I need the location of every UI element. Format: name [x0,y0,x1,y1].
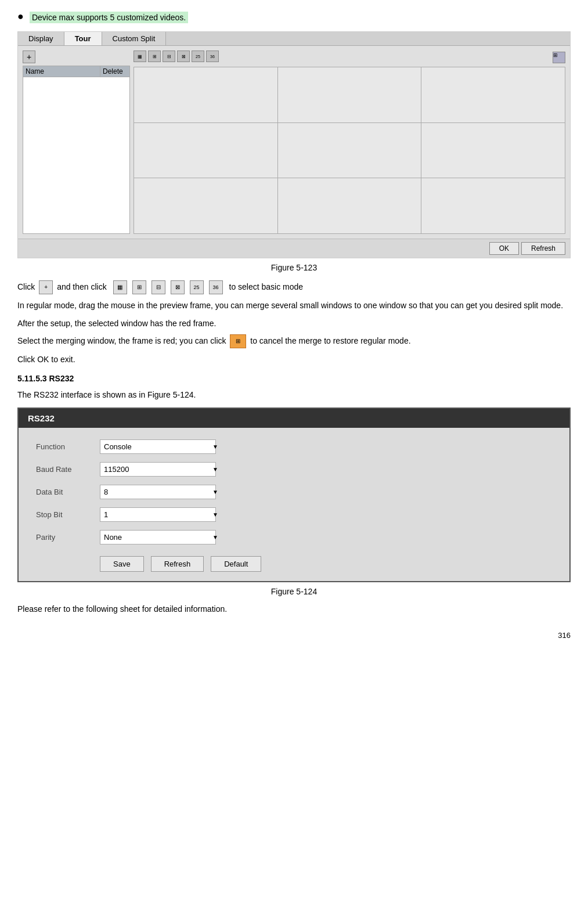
mode-icon-2[interactable]: ⊞ [132,280,146,294]
split-cell-4 [134,123,277,178]
mode-icon-25[interactable]: 25 [190,280,204,294]
split-icon-25[interactable]: 25 [192,51,204,62]
add-button[interactable]: + [23,51,35,63]
split-icon-36[interactable]: 36 [206,51,219,62]
refresh-button-123[interactable]: Refresh [521,242,565,255]
parity-select-wrap: None [100,530,222,544]
para4: Click OK to exit. [17,353,571,366]
mode-icon-3[interactable]: ⊟ [151,280,165,294]
click-para: Click + and then click ▦ ⊞ ⊟ ⊠ 25 36 to … [17,280,571,294]
figure-124-caption: Figure 5-124 [17,587,571,596]
mode-icon-4[interactable]: ⊠ [171,280,185,294]
rs232-row-databit: Data Bit 8 [36,485,552,499]
split-icon-2[interactable]: ⊞ [148,51,161,62]
stopbit-label: Stop Bit [36,510,100,519]
baudrate-select[interactable]: 115200 [100,462,216,477]
fig123-left-panel: + Name Delete [23,51,130,234]
page-number: 316 [17,631,571,640]
mode-icons: ▦ ⊞ ⊟ ⊠ 25 36 [111,280,225,294]
section-heading: 5.11.5.3 RS232 [17,372,571,385]
bullet-item: ● Device max supports 5 customized video… [17,12,571,23]
databit-label: Data Bit [36,488,100,496]
rs232-row-parity: Parity None [36,530,552,544]
rs232-footer: Save Refresh Default [36,556,552,572]
stopbit-select[interactable]: 1 [100,507,216,522]
save-button[interactable]: Save [100,556,144,572]
fig123-toolbar: + [23,51,130,63]
split-cell-8 [278,178,421,233]
split-icon-4[interactable]: ⊠ [177,51,190,62]
rs232-row-baudrate: Baud Rate 115200 [36,462,552,477]
fig123-footer: OK Refresh [18,239,570,258]
figure-123-box: Display Tour Custom Split + Name Delete … [17,31,571,258]
plus-icon[interactable]: + [39,280,53,294]
split-grid [134,67,565,234]
rs232-intro: The RS232 interface is shown as in Figur… [17,388,571,401]
databit-select[interactable]: 8 [100,485,216,499]
and-then-click: and then click [57,282,107,291]
mode-icon-1[interactable]: ▦ [113,280,127,294]
list-body [23,77,130,234]
split-icon-3[interactable]: ⊟ [163,51,175,62]
figure-124-box: RS232 Function Console Baud Rate 115200 … [17,407,571,582]
function-select-wrap: Console [100,439,222,454]
rs232-row-stopbit: Stop Bit 1 [36,507,552,522]
split-cell-3 [421,67,565,122]
tab-tour[interactable]: Tour [64,32,102,45]
fig123-content: + Name Delete ▦ ⊞ ⊟ ⊠ 25 36 ⊞ [18,46,570,239]
list-header: Name Delete [23,66,130,77]
rs232-title: RS232 [19,409,569,428]
para2: After the setup, the selected window has… [17,317,571,330]
default-button[interactable]: Default [211,556,261,572]
para3: Select the merging window, the frame is … [17,334,571,348]
col-name-header: Name [23,66,100,77]
function-select[interactable]: Console [100,439,216,454]
split-cell-6 [421,123,565,178]
function-label: Function [36,442,100,451]
click-end: to select basic mode [229,282,304,291]
split-cell-1 [134,67,277,122]
section-title: 5.11.5.3 RS232 [17,374,74,383]
mode-icon-36[interactable]: 36 [209,280,223,294]
databit-select-wrap: 8 [100,485,222,499]
fig123-right-panel: ▦ ⊞ ⊟ ⊠ 25 36 ⊞ [134,51,565,234]
refresh-button-124[interactable]: Refresh [151,556,204,572]
bullet-dot: ● [17,10,24,23]
split-cell-9 [421,178,565,233]
tab-display[interactable]: Display [18,32,64,45]
ok-button[interactable]: OK [489,242,519,255]
tab-custom-split[interactable]: Custom Split [102,32,167,45]
split-cell-7 [134,178,277,233]
split-icon-bar: ▦ ⊞ ⊟ ⊠ 25 36 [134,51,219,62]
para3-start: Select the merging window, the frame is … [17,336,226,345]
para1: In regular mode, drag the mouse in the p… [17,299,571,312]
para3-end: to cancel the merge to restore regular m… [250,336,410,345]
corner-expand-btn[interactable]: ⊞ [553,52,565,63]
split-cell-2 [278,67,421,122]
cancel-merge-icon[interactable]: ⊞ [230,334,246,348]
click-label: Click [17,282,37,291]
baudrate-label: Baud Rate [36,465,100,474]
figure-123-caption: Figure 5-123 [17,263,571,272]
parity-select[interactable]: None [100,530,216,544]
split-icon-1[interactable]: ▦ [134,51,146,62]
bullet-text: Device max supports 5 customized videos. [30,12,188,23]
tab-bar: Display Tour Custom Split [18,32,570,46]
parity-label: Parity [36,533,100,542]
rs232-body: Function Console Baud Rate 115200 Data B… [19,428,569,581]
baudrate-select-wrap: 115200 [100,462,222,477]
stopbit-select-wrap: 1 [100,507,222,522]
col-delete-header: Delete [100,66,129,77]
rs232-row-function: Function Console [36,439,552,454]
split-cell-5 [278,123,421,178]
bottom-note: Please refer to the following sheet for … [17,604,571,614]
